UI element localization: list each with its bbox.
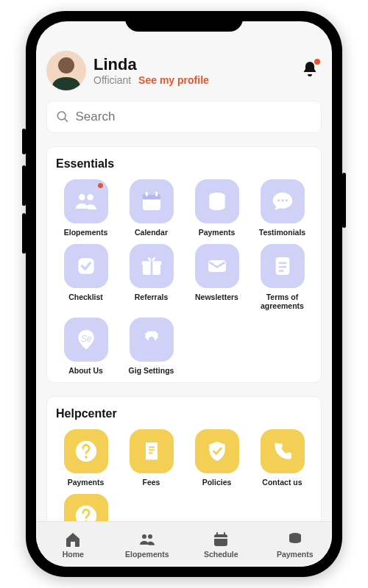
pin-icon: Se [64, 318, 108, 362]
svg-point-7 [281, 199, 283, 201]
tile-policies[interactable]: Policies [187, 429, 247, 487]
tile-label: Calendar [135, 228, 168, 237]
tile-gig-settings[interactable]: Gig Settings [121, 318, 181, 375]
nav-schedule[interactable]: Schedule [184, 531, 258, 559]
tile-payments[interactable]: Payments [187, 179, 247, 237]
tile-central-station[interactable]: Central Station [56, 494, 116, 521]
nav-label: Payments [277, 550, 314, 559]
tile-calendar[interactable]: Calendar [121, 179, 181, 237]
doc-icon [261, 244, 305, 288]
nav-label: Elopements [125, 550, 169, 559]
tile-referrals[interactable]: Referrals [121, 244, 181, 310]
mail-icon [195, 244, 239, 288]
receipt-icon [130, 429, 174, 473]
tile-label: Gig Settings [129, 366, 174, 375]
stack-icon [195, 179, 239, 223]
tile-label: Policies [202, 478, 232, 487]
tile-help-payments[interactable]: Payments [56, 429, 116, 487]
nav-home[interactable]: Home [36, 531, 110, 559]
nav-label: Home [63, 550, 84, 559]
tile-fees[interactable]: Fees [121, 429, 181, 487]
calendar-icon [212, 531, 230, 548]
tile-elopements[interactable]: Elopements [56, 179, 116, 237]
nav-payments[interactable]: Payments [258, 531, 333, 559]
tile-terms[interactable]: Terms of agreements [252, 244, 312, 310]
tile-contact-us[interactable]: Contact us [252, 429, 312, 487]
tile-label: Checklist [68, 293, 103, 301]
section-title-helpcenter: Helpcenter [56, 407, 312, 420]
svg-rect-12 [150, 261, 152, 275]
essentials-section: Essentials Elopements Calendar [46, 146, 322, 383]
svg-rect-22 [149, 447, 155, 448]
side-button [22, 165, 26, 206]
home-icon [64, 531, 82, 548]
svg-rect-28 [216, 532, 218, 536]
bottom-nav: Home Elopements Schedule Payments [36, 521, 332, 567]
svg-point-8 [285, 199, 287, 201]
tile-checklist[interactable]: Checklist [56, 244, 116, 310]
svg-rect-4 [155, 192, 158, 197]
notch [125, 11, 243, 32]
svg-rect-3 [146, 192, 148, 197]
nav-label: Schedule [204, 550, 238, 559]
tile-label: Newsletters [195, 293, 238, 301]
tile-about-us[interactable]: Se About Us [56, 318, 116, 375]
svg-rect-2 [143, 195, 160, 200]
tile-label: Testimonials [259, 228, 305, 237]
phone-icon [261, 429, 305, 473]
avatar[interactable] [46, 51, 86, 90]
section-title-essentials: Essentials [56, 157, 312, 171]
profile-link[interactable]: See my profile [138, 74, 209, 86]
svg-point-0 [58, 57, 74, 74]
badge-dot [98, 183, 103, 188]
svg-point-19 [149, 337, 155, 343]
svg-rect-24 [149, 453, 152, 454]
calendar-icon [130, 179, 174, 223]
shield-icon [195, 429, 239, 473]
tile-label: Payments [68, 478, 105, 487]
notifications-button[interactable] [298, 57, 322, 84]
side-button [22, 129, 26, 154]
speech-icon [261, 179, 305, 223]
svg-point-21 [85, 456, 88, 459]
tile-testimonials[interactable]: Testimonials [252, 179, 312, 237]
svg-text:Se: Se [80, 334, 91, 344]
search-input[interactable] [75, 110, 312, 124]
tile-label: Contact us [262, 478, 302, 487]
svg-rect-29 [224, 532, 225, 536]
svg-point-6 [277, 199, 280, 201]
tile-label: Terms of agreements [256, 293, 309, 310]
search-icon [56, 110, 69, 124]
user-role: Officiant [93, 74, 131, 86]
svg-rect-17 [278, 270, 283, 271]
tile-label: About Us [68, 366, 103, 375]
helpcenter-section: Helpcenter Payments Fees [46, 396, 322, 521]
people-icon [138, 531, 156, 548]
side-button [22, 213, 26, 254]
nav-elopements[interactable]: Elopements [110, 531, 185, 559]
svg-rect-16 [278, 266, 286, 268]
content-area: Linda Officiant See my profile Essential… [36, 21, 332, 521]
notification-dot [314, 59, 320, 65]
svg-rect-30 [214, 537, 227, 539]
question-icon [64, 494, 108, 521]
user-name: Linda [93, 55, 291, 74]
search-bar[interactable] [46, 101, 322, 133]
phone-frame: Linda Officiant See my profile Essential… [26, 11, 342, 577]
tile-label: Referrals [135, 293, 169, 301]
header: Linda Officiant See my profile [46, 51, 322, 90]
tile-newsletters[interactable]: Newsletters [187, 244, 247, 310]
header-text: Linda Officiant See my profile [93, 55, 291, 86]
svg-rect-15 [278, 262, 286, 264]
stack-icon [286, 531, 304, 548]
svg-rect-23 [149, 450, 155, 451]
gear-icon [130, 318, 174, 362]
screen: Linda Officiant See my profile Essential… [36, 21, 332, 567]
svg-rect-27 [214, 534, 227, 546]
tile-label: Fees [143, 478, 160, 487]
people-icon [64, 179, 108, 223]
tile-label: Elopements [64, 228, 108, 237]
question-icon [64, 429, 108, 473]
gift-icon [130, 244, 174, 288]
side-button [342, 173, 346, 228]
